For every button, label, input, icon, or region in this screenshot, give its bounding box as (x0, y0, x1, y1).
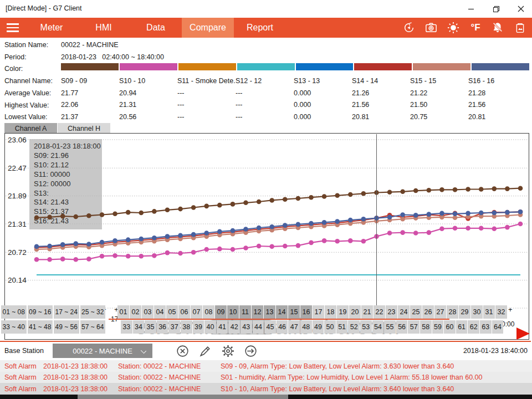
channel-cell-45[interactable]: 45 (264, 320, 276, 334)
menu-item-data[interactable]: Data (130, 18, 182, 38)
menu-item-hmi[interactable]: HMI (78, 18, 130, 38)
channel-cell-36[interactable]: 36 (157, 320, 168, 334)
channel-cell-22[interactable]: 22 (374, 305, 385, 319)
color-swatch-s15[interactable] (413, 63, 470, 70)
channel-cell-53[interactable]: 53 (360, 320, 372, 334)
go-arrow-circle-icon[interactable] (243, 344, 258, 358)
channel-cell-49[interactable]: 49 (313, 320, 324, 334)
alarm-row[interactable]: Soft Alarm2018-01-23 18:38:00Station: 00… (0, 383, 532, 395)
channel-cell-55[interactable]: 55 (384, 320, 396, 334)
channel-cell-41[interactable]: 41 (217, 320, 228, 334)
channel-group-25-32[interactable]: 25 ~ 32 (80, 305, 106, 319)
channel-cell-05[interactable]: 05 (166, 305, 178, 319)
channel-cell-04[interactable]: 04 (154, 305, 166, 319)
channel-group-01-08[interactable]: 01 ~ 08 (1, 305, 27, 319)
channel-cell-63[interactable]: 63 (480, 320, 492, 334)
channel-cell-21[interactable]: 21 (361, 305, 373, 319)
channel-cell-35[interactable]: 35 (145, 320, 156, 334)
channel-cell-28[interactable]: 28 (447, 305, 458, 319)
alarm-row[interactable]: Soft Alarm2018-01-23 18:38:00Station: 00… (0, 372, 532, 383)
alarm-row[interactable]: Soft Alarm2018-01-23 18:38:00Station: 00… (0, 360, 532, 372)
temperature-unit-toggle[interactable]: °F (469, 21, 482, 34)
brightness-sun-icon[interactable] (447, 21, 460, 34)
channel-group-09-16[interactable]: 09 ~ 16 (28, 305, 53, 319)
channel-cell-10[interactable]: 10 (227, 305, 239, 319)
channel-cell-48[interactable]: 48 (300, 320, 312, 334)
channel-cell-47[interactable]: 47 (288, 320, 300, 334)
channel-group-57-64[interactable]: 57 ~ 64 (80, 320, 106, 334)
channel-cell-60[interactable]: 60 (444, 320, 456, 334)
channel-cell-33[interactable]: 33 (121, 320, 132, 334)
base-station-dropdown[interactable]: 00022 - MACHINE (53, 344, 152, 358)
channel-cell-58[interactable]: 58 (420, 320, 432, 334)
channel-cell-54[interactable]: 54 (372, 320, 384, 334)
channel-cell-07[interactable]: 07 (191, 305, 202, 319)
channel-cell-03[interactable]: 03 (142, 305, 154, 319)
channel-cell-31[interactable]: 31 (483, 305, 495, 319)
channel-cell-43[interactable]: 43 (241, 320, 252, 334)
channel-cell-62[interactable]: 62 (468, 320, 479, 334)
close-button[interactable] (511, 0, 530, 18)
channel-cell-20[interactable]: 20 (349, 305, 361, 319)
channel-cell-17[interactable]: 17 (313, 305, 324, 319)
hamburger-menu-icon[interactable] (0, 18, 25, 38)
channel-cell-59[interactable]: 59 (432, 320, 444, 334)
color-swatch-s16[interactable] (472, 63, 529, 70)
settings-gear-icon[interactable] (221, 344, 235, 358)
channel-cell-25[interactable]: 25 (410, 305, 422, 319)
menu-item-meter[interactable]: Meter (25, 18, 78, 38)
channel-cell-29[interactable]: 29 (459, 305, 470, 319)
channel-cell-24[interactable]: 24 (398, 305, 410, 319)
channel-cell-42[interactable]: 42 (228, 320, 240, 334)
channel-cell-06[interactable]: 06 (178, 305, 190, 319)
color-swatch-s13[interactable] (296, 63, 354, 70)
channel-cell-16[interactable]: 16 (300, 305, 312, 319)
sync-icon[interactable] (402, 21, 416, 34)
color-swatch-s12[interactable] (237, 63, 295, 70)
channel-cell-26[interactable]: 26 (422, 305, 434, 319)
channel-cell-09[interactable]: 09 (215, 305, 227, 319)
channel-group-33-40[interactable]: 33 ~ 40 (1, 320, 27, 334)
cancel-circle-icon[interactable] (175, 344, 190, 358)
channel-cell-19[interactable]: 19 (337, 305, 349, 319)
channel-cell-15[interactable]: 15 (288, 305, 300, 319)
color-swatch-s11[interactable] (178, 63, 236, 70)
channel-cell-11[interactable]: 11 (239, 305, 251, 319)
camera-icon[interactable] (424, 21, 438, 34)
channel-cell-39[interactable]: 39 (193, 320, 204, 334)
channel-cell-27[interactable]: 27 (434, 305, 446, 319)
channel-cell-18[interactable]: 18 (325, 305, 336, 319)
channel-cell-44[interactable]: 44 (253, 320, 264, 334)
color-swatch-s10[interactable] (120, 63, 177, 70)
channel-cell-51[interactable]: 51 (336, 320, 348, 334)
channel-cell-30[interactable]: 30 (471, 305, 483, 319)
channel-cell-52[interactable]: 52 (348, 320, 360, 334)
channel-cell-14[interactable]: 14 (276, 305, 288, 319)
channel-cell-01[interactable]: 01 (117, 305, 129, 319)
channel-cell-12[interactable]: 12 (252, 305, 263, 319)
channel-cell-64[interactable]: 64 (492, 320, 504, 334)
channel-cell-37[interactable]: 37 (168, 320, 180, 334)
color-swatch-s09[interactable] (61, 63, 119, 70)
channel-cell-08[interactable]: 08 (203, 305, 214, 319)
tab-channel-h[interactable]: Channel H (58, 123, 110, 134)
channel-cell-57[interactable]: 57 (408, 320, 420, 334)
tab-channel-a[interactable]: Channel A (4, 123, 57, 134)
restore-button[interactable] (487, 0, 505, 18)
image-bin-icon[interactable] (513, 21, 526, 34)
channel-cell-50[interactable]: 50 (324, 320, 336, 334)
channel-cell-40[interactable]: 40 (204, 320, 216, 334)
channel-cell-46[interactable]: 46 (277, 320, 288, 334)
channel-cell-34[interactable]: 34 (133, 320, 145, 334)
channel-group-49-56[interactable]: 49 ~ 56 (54, 320, 79, 334)
menu-item-report[interactable]: Report (234, 18, 286, 38)
channel-cell-38[interactable]: 38 (181, 320, 192, 334)
channel-cell-13[interactable]: 13 (264, 305, 275, 319)
channel-cell-23[interactable]: 23 (386, 305, 397, 319)
color-swatch-s14[interactable] (354, 63, 412, 70)
channel-cell-56[interactable]: 56 (396, 320, 408, 334)
channel-cell-32[interactable]: 32 (495, 305, 507, 319)
next-page-arrow-icon[interactable] (516, 328, 530, 340)
menu-item-compare[interactable]: Compare (182, 18, 234, 38)
alarm-mute-bell-icon[interactable] (491, 21, 504, 34)
